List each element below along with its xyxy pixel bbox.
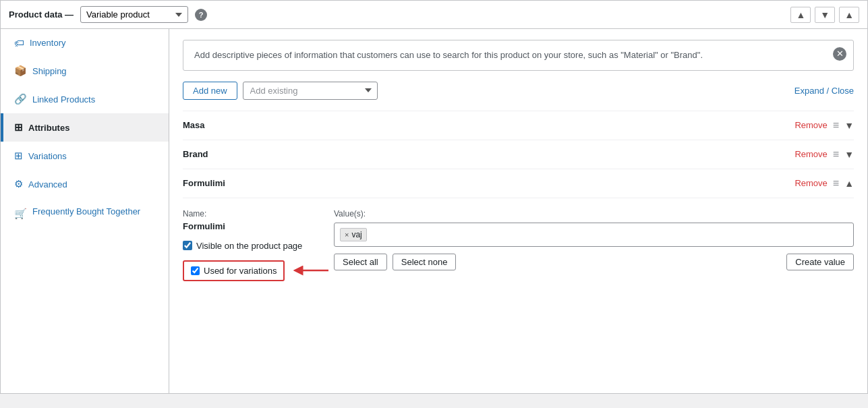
expand-close-link[interactable]: Expand / Close — [794, 86, 854, 96]
attributes-icon: ⊞ — [14, 121, 23, 134]
tag-vaj: × vaj — [340, 228, 367, 241]
header-controls: ▲ ▼ ▲ — [790, 7, 859, 23]
sidebar-item-label: Attributes — [28, 123, 69, 133]
formulimi-collapse-icon[interactable]: ▲ — [844, 178, 854, 189]
collapse-button[interactable]: ▲ — [839, 7, 859, 23]
sidebar-item-attributes[interactable]: ⊞ Attributes — [1, 113, 169, 142]
tag-remove-vaj[interactable]: × — [345, 231, 349, 239]
brand-drag-icon[interactable]: ≡ — [833, 148, 839, 161]
masa-remove-link[interactable]: Remove — [794, 120, 827, 130]
shipping-icon: 📦 — [14, 65, 27, 77]
product-data-header: Product data — Variable product ? ▲ ▼ ▲ — [1, 1, 867, 29]
brand-actions: Remove ≡ ▼ — [794, 148, 854, 161]
frequently-bought-icon: 🛒 — [14, 208, 27, 220]
tag-label-vaj: vaj — [351, 230, 361, 239]
sidebar-item-linked-products[interactable]: 🔗 Linked Products — [1, 85, 169, 113]
inventory-icon: 🏷 — [14, 37, 24, 49]
select-none-button[interactable]: Select none — [393, 254, 457, 270]
used-for-variations-box: Used for variations — [183, 260, 285, 281]
attribute-name-masa: Masa — [183, 120, 794, 130]
brand-remove-link[interactable]: Remove — [794, 149, 827, 159]
formulimi-actions: Remove ≡ ▲ — [794, 177, 854, 190]
link-icon: 🔗 — [14, 93, 27, 105]
formulimi-expanded-inner: Name: Formulimi Visible on the product p… — [183, 209, 854, 281]
notice-close-button[interactable]: ✕ — [833, 47, 846, 61]
variations-icon: ⊞ — [14, 150, 23, 162]
product-data-body: 🏷 Inventory 📦 Shipping 🔗 Linked Products… — [1, 29, 867, 393]
formulimi-right-panel: Value(s): × vaj Select all Select none C… — [334, 209, 854, 281]
formulimi-expanded-panel: Name: Formulimi Visible on the product p… — [183, 198, 854, 281]
values-label: Value(s): — [334, 209, 854, 218]
sidebar: 🏷 Inventory 📦 Shipping 🔗 Linked Products… — [1, 29, 169, 393]
name-label: Name: — [183, 209, 318, 218]
sidebar-item-shipping[interactable]: 📦 Shipping — [1, 57, 169, 85]
product-type-select[interactable]: Variable product — [80, 6, 188, 23]
visible-on-page-checkbox[interactable] — [183, 241, 192, 250]
toolbar-row: Add new Add existing Expand / Close — [183, 82, 854, 100]
red-arrow-icon — [291, 260, 332, 281]
scroll-down-button[interactable]: ▼ — [815, 7, 835, 23]
notice-text: Add descriptive pieces of information th… — [194, 50, 703, 60]
visible-on-page-row: Visible on the product page — [183, 241, 318, 251]
attribute-name-brand: Brand — [183, 149, 794, 159]
select-all-button[interactable]: Select all — [334, 254, 387, 270]
sidebar-item-label: Inventory — [30, 38, 65, 48]
sidebar-item-label: Linked Products — [32, 94, 95, 105]
add-new-button[interactable]: Add new — [183, 82, 237, 100]
add-existing-select[interactable]: Add existing — [243, 82, 378, 100]
sidebar-item-advanced[interactable]: ⚙ Advanced — [1, 170, 169, 198]
sidebar-item-label: Variations — [28, 151, 67, 161]
sidebar-item-frequently-bought[interactable]: 🛒 Frequently Bought Together — [1, 198, 169, 228]
product-data-title: Product data — — [9, 9, 74, 20]
create-value-button[interactable]: Create value — [786, 254, 854, 270]
visible-on-page-label: Visible on the product page — [196, 241, 302, 251]
sidebar-item-inventory[interactable]: 🏷 Inventory — [1, 29, 169, 57]
used-for-variations-label: Used for variations — [204, 266, 277, 276]
sidebar-item-label: Shipping — [32, 66, 67, 76]
formulimi-display-name: Formulimi — [183, 221, 318, 231]
attribute-name-formulimi: Formulimi — [183, 178, 794, 188]
formulimi-drag-icon[interactable]: ≡ — [833, 177, 839, 190]
product-data-panel: Product data — Variable product ? ▲ ▼ ▲ … — [0, 0, 868, 394]
attribute-row-formulimi: Formulimi Remove ≡ ▲ — [183, 169, 854, 198]
help-icon[interactable]: ? — [195, 9, 207, 21]
masa-actions: Remove ≡ ▼ — [794, 119, 854, 132]
advanced-icon: ⚙ — [14, 178, 23, 190]
values-input-area[interactable]: × vaj — [334, 223, 854, 247]
sidebar-item-label: Advanced — [28, 179, 67, 190]
masa-expand-icon[interactable]: ▼ — [844, 120, 854, 131]
brand-expand-icon[interactable]: ▼ — [844, 149, 854, 160]
masa-drag-icon[interactable]: ≡ — [833, 119, 839, 132]
sidebar-item-variations[interactable]: ⊞ Variations — [1, 142, 169, 170]
notice-box: Add descriptive pieces of information th… — [183, 40, 854, 71]
attribute-row-masa: Masa Remove ≡ ▼ — [183, 111, 854, 140]
values-actions: Select all Select none Create value — [334, 254, 854, 270]
sidebar-item-label: Frequently Bought Together — [32, 206, 140, 216]
used-for-variations-checkbox[interactable] — [191, 266, 200, 275]
attribute-row-brand: Brand Remove ≡ ▼ — [183, 140, 854, 169]
formulimi-remove-link[interactable]: Remove — [794, 178, 827, 188]
formulimi-left-panel: Name: Formulimi Visible on the product p… — [183, 209, 318, 281]
scroll-up-button[interactable]: ▲ — [790, 7, 811, 23]
main-content: Add descriptive pieces of information th… — [169, 29, 867, 393]
